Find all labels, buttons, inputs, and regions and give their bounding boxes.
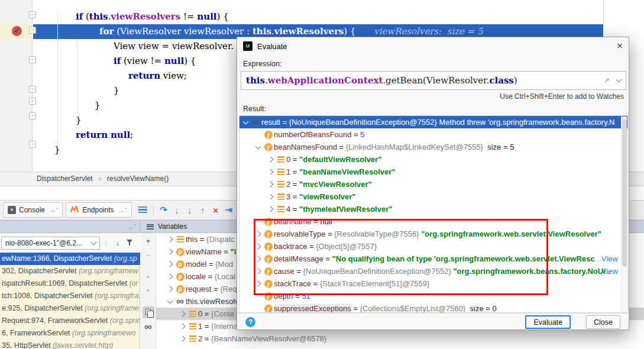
result-row[interactable]: fcause = {NoUniqueBeanDefinitionExceptio… bbox=[240, 265, 627, 277]
tab-console[interactable]: »Console→* bbox=[3, 202, 63, 218]
result-row[interactable]: fnumberOfBeansFound = 5 bbox=[240, 128, 627, 141]
show-watches-icon[interactable]: oo bbox=[143, 321, 154, 332]
close-button[interactable]: Close bbox=[586, 315, 620, 329]
result-row[interactable]: fbacktrace = {Object[5]@7557} bbox=[240, 240, 627, 253]
fold-icon[interactable]: − bbox=[29, 86, 36, 93]
chevron-down-icon[interactable] bbox=[243, 118, 249, 124]
frame-row[interactable]: e:925, DispatcherServlet (org.springfram… bbox=[0, 302, 140, 315]
chevron-right-icon[interactable] bbox=[255, 231, 261, 237]
chevron-right-icon[interactable] bbox=[167, 261, 173, 267]
chevron-right-icon[interactable] bbox=[180, 336, 186, 342]
copy-icon[interactable] bbox=[143, 306, 154, 318]
watch-icon: oo bbox=[176, 298, 183, 305]
chevron-right-icon[interactable] bbox=[255, 244, 261, 250]
chevron-right-icon[interactable] bbox=[268, 157, 274, 163]
step-into-icon[interactable]: ↓ bbox=[170, 205, 183, 215]
frame-row[interactable]: tch:1008, DispatcherServlet (org.springf… bbox=[0, 290, 140, 302]
chevron-down-icon[interactable] bbox=[255, 143, 261, 149]
result-tree[interactable]: ooresult = {NoUniqueBeanDefinitionExcept… bbox=[239, 115, 628, 313]
prev-frame-icon[interactable]: ↑ bbox=[100, 238, 112, 247]
fold-icon[interactable]: − bbox=[29, 112, 36, 119]
result-row[interactable]: fsuppressedExceptions = {Collections$Emp… bbox=[240, 302, 627, 313]
frame-row[interactable]: Request:974, FrameworkServlet (org.sprin bbox=[0, 315, 140, 327]
result-row[interactable]: 3 = "viewResolver" bbox=[240, 190, 627, 203]
result-row[interactable]: fdetailMessage = "No qualifying bean of … bbox=[240, 253, 627, 265]
float-window-icon[interactable]: →* bbox=[128, 223, 136, 230]
result-row[interactable]: 4 = "thymeleafViewResolver" bbox=[240, 203, 627, 215]
force-step-into-icon[interactable]: ↓ bbox=[183, 205, 196, 215]
result-row[interactable]: fbeanNamesFound = {LinkedHashMap$LinkedK… bbox=[240, 141, 627, 153]
step-out-icon[interactable]: ↑ bbox=[196, 205, 209, 215]
chevron-right-icon[interactable] bbox=[180, 324, 186, 329]
chevron-right-icon[interactable] bbox=[268, 169, 274, 175]
result-row[interactable]: 1 = "beanNameViewResolver" bbox=[240, 166, 627, 178]
float-window-icon[interactable]: →* bbox=[119, 206, 127, 214]
text: {Object[5]@7557} bbox=[316, 242, 377, 251]
view-link[interactable]: View bbox=[601, 254, 618, 263]
field-icon: f bbox=[264, 280, 273, 288]
frame-row[interactable]: 35, HttpServlet (javax.servlet.http) bbox=[0, 340, 140, 349]
chevron-down-icon[interactable] bbox=[616, 77, 622, 83]
chevron-right-icon[interactable] bbox=[255, 269, 261, 274]
result-row[interactable]: fdepth = 51 bbox=[240, 290, 627, 302]
step-over-icon[interactable]: ↷ bbox=[157, 205, 170, 215]
frame-row[interactable]: ispatchResult:1069, DispatcherServlet (o… bbox=[0, 277, 140, 290]
fold-icon[interactable]: − bbox=[29, 27, 36, 34]
result-row[interactable]: fresolvableType = {ResolvableType@7556} … bbox=[240, 228, 627, 240]
chevron-right-icon[interactable] bbox=[167, 274, 173, 280]
frame-row[interactable]: 302, DispatcherServlet (org.springframew bbox=[0, 265, 140, 277]
thread-selector[interactable]: nio-8080-exec-1"@6,2... bbox=[1, 237, 100, 250]
next-frame-icon[interactable]: ↓ bbox=[112, 238, 124, 247]
frame-row[interactable]: ewName:1366, DispatcherServlet (org.sp bbox=[0, 253, 140, 265]
chevron-right-icon[interactable] bbox=[167, 237, 173, 243]
result-row[interactable]: 2 = "mvcViewResolver" bbox=[240, 178, 627, 190]
frame-row[interactable]: 6, FrameworkServlet (org.springframewo bbox=[0, 327, 140, 340]
text: = bbox=[352, 130, 361, 139]
chevron-right-icon[interactable] bbox=[268, 182, 274, 188]
menu-icon[interactable] bbox=[147, 224, 154, 230]
fold-icon[interactable]: − bbox=[29, 56, 36, 63]
settings-menu-icon[interactable] bbox=[137, 205, 150, 215]
chevron-right-icon[interactable] bbox=[255, 281, 261, 287]
filter-icon[interactable] bbox=[124, 238, 135, 248]
remove-watch-icon[interactable]: − bbox=[143, 250, 154, 261]
expand-icon[interactable]: ↗ bbox=[604, 76, 610, 85]
chevron-right-icon[interactable] bbox=[167, 286, 173, 292]
float-window-icon[interactable]: →* bbox=[50, 206, 58, 214]
chevron-right-icon[interactable] bbox=[268, 206, 274, 212]
fold-icon[interactable]: − bbox=[29, 141, 36, 148]
result-row[interactable]: fbeanName = null bbox=[240, 215, 627, 228]
breadcrumb-method[interactable]: resolveViewName() bbox=[107, 174, 169, 183]
result-row[interactable]: fstackTrace = {StackTraceElement[51]@755… bbox=[240, 277, 627, 290]
chevron-right-icon[interactable] bbox=[268, 194, 274, 200]
scrollbar[interactable] bbox=[621, 117, 627, 313]
fold-icon[interactable]: − bbox=[29, 98, 36, 105]
result-row[interactable]: 0 = "defaultViewResolver" bbox=[240, 153, 627, 166]
scrollbar-thumb[interactable] bbox=[622, 119, 627, 267]
result-row[interactable]: ooresult = {NoUniqueBeanDefinitionExcept… bbox=[240, 116, 627, 128]
drop-frame-icon[interactable]: × bbox=[209, 205, 222, 215]
tab-endpoints[interactable]: Endpoints→* bbox=[66, 202, 132, 218]
chevron-down-icon[interactable] bbox=[167, 298, 173, 303]
chevron-right-icon[interactable] bbox=[255, 256, 261, 262]
dialog-titlebar[interactable]: IJ Evaluate × bbox=[237, 37, 629, 55]
variable-row[interactable]: 2 = {BeanNameViewResolver@6578} bbox=[156, 332, 644, 345]
chevron-right-icon[interactable] bbox=[180, 311, 186, 317]
fold-icon[interactable]: − bbox=[29, 11, 36, 18]
help-icon[interactable]: ? bbox=[245, 317, 255, 327]
move-down-icon[interactable]: ▼ bbox=[143, 285, 154, 297]
run-to-cursor-icon[interactable]: ⇥ bbox=[222, 205, 235, 215]
expression-input[interactable]: this.webApplicationContext.getBean(ViewR… bbox=[241, 71, 626, 90]
view-link[interactable]: View bbox=[601, 267, 618, 276]
add-watch-icon[interactable]: + bbox=[143, 235, 154, 247]
chevron-right-icon[interactable] bbox=[167, 249, 173, 255]
breakpoint-icon[interactable]: ✓ bbox=[12, 26, 22, 36]
text: ) { bbox=[344, 26, 358, 37]
expression-text: this.webApplicationContext.getBean(ViewR… bbox=[246, 75, 517, 86]
evaluate-button[interactable]: Evaluate bbox=[525, 315, 571, 329]
text: this bbox=[246, 75, 265, 86]
breadcrumb-class[interactable]: DispatcherServlet bbox=[37, 174, 93, 183]
close-icon[interactable]: × bbox=[617, 41, 623, 51]
move-up-icon[interactable]: ▲ bbox=[143, 271, 154, 283]
text: {Req bbox=[220, 285, 237, 293]
